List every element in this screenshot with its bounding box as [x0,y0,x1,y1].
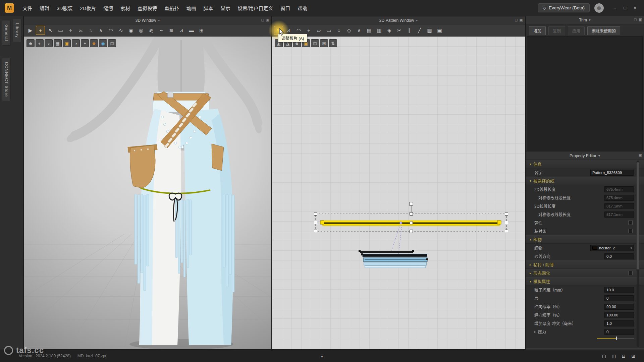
chaps-garment[interactable] [135,92,234,345]
shirring-tool[interactable]: ≋ [167,26,176,35]
avatar-tape-toggle[interactable]: ☻ [90,39,98,47]
pe-thickness-input[interactable] [604,320,634,326]
cloth-thickness-toggle[interactable]: ◓ [81,39,89,47]
menu-item-retopology[interactable]: 重拓扑 [161,2,183,13]
trace-tool[interactable]: ◈ [385,26,394,35]
free-sewing-tool[interactable]: ≈ [86,26,95,35]
menu-item-window[interactable]: 窗口 [277,2,294,13]
edit-curvature-tool[interactable]: ◠ [294,26,303,35]
trim-add-button[interactable]: 增加 [529,26,546,35]
pe-name-input[interactable] [590,170,634,176]
maximize-button[interactable]: □ [621,4,629,12]
sewing-edit-tool[interactable]: ∧ [96,26,105,35]
lock-pattern-toggle[interactable]: ⊡ [311,39,319,47]
pe-weft-input[interactable] [604,304,634,310]
panel-float-icon[interactable]: ◻ [261,18,264,22]
trim-delete-unused-button[interactable]: 删除未使用的 [587,26,620,35]
world-display-toggle[interactable]: ◉ [99,39,107,47]
strip-end-handle-right[interactable] [497,221,501,224]
fold-arrangement-tool[interactable]: ◠ [106,26,115,35]
measure-tool[interactable]: ⊞ [197,26,206,35]
cut-and-sew-tool[interactable]: ✂ [395,26,404,35]
strip-mid-point[interactable] [410,222,413,224]
panel-3d-header[interactable]: 3D Window ▾ ◻ ▣ [24,16,271,24]
pressure-slider[interactable] [597,338,634,339]
polygon-tool[interactable]: ▱ [314,26,323,35]
chevron-down-icon[interactable]: ▾ [416,18,418,22]
notch-tool[interactable]: ∧ [355,26,364,35]
property-editor-header[interactable]: Property Editor ▾ ▣ [526,152,644,160]
show-avatar-toggle[interactable]: ☻ [26,39,35,47]
pe-section-selected-line[interactable]: ▾ 被选择的线 [526,177,644,185]
layout-two-pane-icon[interactable]: ◫ [610,353,617,359]
pe-fabric-dropdown[interactable]: holster_2 ▾ [590,245,634,251]
minimize-button[interactable]: – [610,4,619,12]
box-select-tool[interactable]: ▭ [56,26,65,35]
everywear-button[interactable]: ◇ EveryWear (Beta) [538,3,590,12]
menu-item-3d-garment[interactable]: 3D服装 [53,2,76,13]
expand-bottom-button[interactable]: ▲ [320,354,324,358]
render-toggle[interactable]: ⊡ [108,39,116,47]
menu-item-script[interactable]: 脚本 [200,2,217,13]
sewing-anchor-point[interactable] [400,222,402,224]
layout-single-icon[interactable]: ▢ [601,353,607,359]
tab-general[interactable]: General [2,20,11,46]
buttonhole-tool[interactable]: ◎ [137,26,146,35]
pin-tool[interactable]: ⌖ [66,26,75,35]
simulate-tool[interactable]: ▶ [26,26,35,35]
zipper-tool[interactable]: ≷ [147,26,156,35]
panel-float-icon[interactable]: ◻ [515,18,518,22]
layout-quad-icon[interactable]: ⊞ [630,353,637,359]
select-move-tool[interactable]: + [36,26,45,35]
pe-bonding-checkbox[interactable] [628,229,633,233]
menu-item-animation[interactable]: 动画 [183,2,200,13]
panel-pin-icon[interactable]: ▣ [639,17,642,22]
pe-warp-input[interactable] [604,312,634,318]
trim-apply-button[interactable]: 应用 [568,26,585,35]
pe-section-fabric[interactable]: ▾ 织物 [526,235,644,244]
pattern-strips-group[interactable] [359,250,428,268]
dart-tool[interactable]: ◇ [344,26,354,35]
panel-2d-header[interactable]: 2D Pattern Window ▾ ◻ ▣ [272,16,525,24]
trim-panel-header[interactable]: Trim ▾ ◻ ▣ [526,16,644,24]
show-grid-toggle[interactable]: ⊞ [320,39,328,47]
pe-scrollbar-thumb[interactable] [637,162,639,269]
circle-tool[interactable]: ○ [334,26,343,35]
rectangle-tool[interactable]: ▭ [324,26,333,35]
arrangement-points-toggle[interactable]: ◒ [45,39,53,47]
close-button[interactable]: × [631,4,639,12]
show-cloth-toggle[interactable]: ▣ [63,39,71,47]
menu-item-settings[interactable]: 设置/用户自定义 [234,2,277,13]
topstitch-tool[interactable]: ┅ [157,26,166,35]
canvas-2d[interactable]: ◭◮☻▣⊡⊞⇅ [272,37,525,349]
chevron-right-icon[interactable]: ▸ [534,330,536,334]
strip-end-handle-left[interactable] [320,221,324,224]
trim-copy-button[interactable]: 复制 [548,26,565,35]
pattern-strip-selected[interactable] [320,220,501,226]
select-mesh-tool[interactable]: ↖ [46,26,55,35]
flattening-tool[interactable]: ⊿ [177,26,186,35]
panel-pin-icon[interactable]: ▣ [520,18,523,22]
menu-item-help[interactable]: 帮助 [294,2,311,13]
garment-completeness-tool[interactable]: ▣ [435,26,444,35]
avatar-display-toggle[interactable]: ◐ [36,39,44,47]
pe-solidify-checkbox[interactable] [628,271,633,275]
wind-tool[interactable]: ∿ [116,26,125,35]
seam-allowance-tool[interactable]: ▤ [365,26,374,35]
pe-pressure-input[interactable] [604,329,634,335]
texture-editor-tool[interactable]: ▧ [425,26,434,35]
grading-tool[interactable]: ▥ [375,26,384,35]
cloth-surface-toggle[interactable]: ◑ [72,39,80,47]
segment-sewing-tool[interactable]: ≍ [76,26,85,35]
selection-box[interactable] [314,202,508,233]
pe-elastic-checkbox[interactable] [628,221,633,225]
menu-item-sewing[interactable]: 缝纫 [100,2,117,13]
button-tool[interactable]: ◉ [126,26,136,35]
panel-pin-icon[interactable]: ▣ [639,153,642,158]
fabric-tape-tool[interactable]: ▬ [187,26,196,35]
panel-float-icon[interactable]: ◻ [634,17,637,22]
pattern-info-toggle[interactable]: ⇅ [329,39,337,47]
pe-section-fuse[interactable]: ▸ 粘衬 / 削薄 [526,260,644,269]
menu-item-avatar[interactable]: 虚拟模特 [134,2,161,13]
basting-tool[interactable]: ∥ [405,26,414,35]
